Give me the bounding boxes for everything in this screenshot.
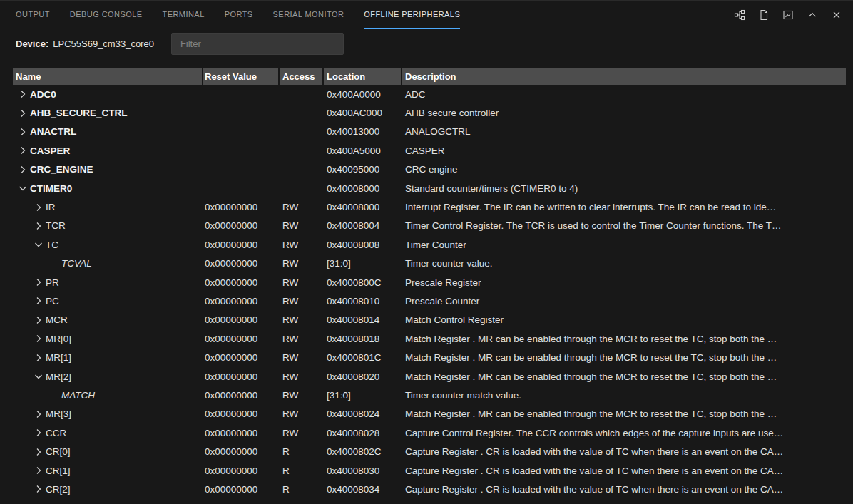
table-row[interactable]: CCR 0x00000000 RW 0x40008028 Capture Con…	[13, 423, 846, 442]
table-row[interactable]: MATCH 0x00000000 RW [31:0] Timer counter…	[13, 386, 846, 404]
description-value: Capture Register . CR is loaded with the…	[402, 484, 846, 495]
table-row[interactable]: MCR 0x00000000 RW 0x40008014 Match Contr…	[13, 311, 846, 329]
table-row[interactable]: TC 0x00000000 RW 0x40008008 Timer Counte…	[13, 235, 846, 254]
close-icon[interactable]	[830, 9, 843, 21]
table-row[interactable]: TCR 0x00000000 RW 0x40008004 Timer Contr…	[13, 217, 846, 235]
table-row[interactable]: CRC_ENGINE 0x40095000 CRC engine	[13, 160, 846, 179]
location-value: [31:0]	[324, 258, 402, 269]
table-row[interactable]: MR[0] 0x00000000 RW 0x40008018 Match Reg…	[13, 329, 846, 348]
filter-input[interactable]	[171, 33, 344, 55]
name-cell: CTIMER0	[13, 182, 203, 194]
table-row[interactable]: CR[2] 0x00000000 R 0x40008034 Capture Re…	[13, 480, 846, 498]
column-header-description: Description	[402, 68, 846, 85]
access-value: RW	[280, 220, 324, 231]
table-row[interactable]: MR[1] 0x00000000 RW 0x4000801C Match Reg…	[13, 348, 846, 366]
tab-serial-monitor[interactable]: SERIAL MONITOR	[273, 1, 344, 29]
register-name: CR[2]	[44, 484, 71, 495]
table-row[interactable]: AHB_SECURE_CTRL 0x400AC000 AHB secure co…	[13, 103, 846, 122]
expand-chevron-icon[interactable]	[33, 220, 44, 232]
description-value: Standard counter/timers (CTIMER0 to 4)	[402, 183, 846, 194]
expand-chevron-icon[interactable]	[33, 446, 44, 458]
location-value: 0x4000802C	[324, 446, 402, 457]
table-row[interactable]: CASPER 0x400A5000 CASPER	[13, 141, 846, 160]
expand-chevron-icon[interactable]	[33, 277, 44, 288]
description-value: Timer Counter	[402, 240, 846, 250]
expand-chevron-icon[interactable]	[17, 145, 29, 156]
location-value: 0x4000800C	[324, 277, 402, 288]
name-cell: TCVAL	[13, 258, 203, 269]
register-name: CR[0]	[44, 446, 71, 457]
table-row[interactable]: CR[1] 0x00000000 R 0x40008030 Capture Re…	[13, 461, 846, 480]
name-cell: ANACTRL	[13, 126, 203, 138]
new-file-icon[interactable]	[757, 9, 770, 21]
expand-chevron-icon[interactable]	[33, 408, 44, 420]
location-value: 0x40008010	[324, 296, 402, 307]
expand-chevron-icon[interactable]	[33, 371, 44, 382]
tab-terminal[interactable]: TERMINAL	[163, 1, 205, 29]
name-cell: MR[2]	[13, 371, 203, 382]
tab-output[interactable]: OUTPUT	[16, 1, 50, 29]
expand-chevron-icon[interactable]	[33, 202, 44, 213]
register-name: ADC0	[29, 89, 56, 100]
access-value: RW	[280, 314, 324, 325]
hierarchy-icon[interactable]	[733, 9, 746, 21]
expand-chevron-icon[interactable]	[33, 465, 44, 476]
table-row[interactable]: ADC0 0x400A0000 ADC	[13, 85, 846, 103]
location-value: 0x40008004	[324, 220, 402, 231]
tab-debug-console[interactable]: DEBUG CONSOLE	[70, 1, 143, 29]
expand-chevron-icon[interactable]	[33, 427, 44, 438]
expand-chevron-icon[interactable]	[17, 182, 29, 194]
name-cell: CCR	[13, 427, 203, 438]
register-name: MR[1]	[44, 352, 71, 363]
expand-chevron-icon[interactable]	[33, 483, 44, 495]
chevron-up-icon[interactable]	[806, 9, 819, 21]
tab-label: DEBUG CONSOLE	[70, 10, 143, 19]
expand-chevron-icon[interactable]	[17, 88, 29, 100]
location-value: 0x40008020	[324, 371, 402, 382]
location-value: 0x40008034	[324, 484, 402, 495]
description-value: AHB secure controller	[402, 108, 846, 118]
tab-label: OUTPUT	[16, 10, 50, 19]
reset-value: 0x00000000	[203, 258, 280, 269]
name-cell: CR[0]	[13, 446, 203, 458]
expand-chevron-icon[interactable]	[17, 164, 29, 175]
location-value: 0x40008028	[324, 428, 402, 438]
table-row[interactable]: TCVAL 0x00000000 RW [31:0] Timer counter…	[13, 254, 846, 273]
reset-value: 0x00000000	[203, 334, 280, 344]
description-value: Capture Register . CR is loaded with the…	[402, 466, 846, 476]
location-value: 0x400AC000	[324, 108, 402, 118]
expand-chevron-icon[interactable]	[17, 126, 29, 138]
name-cell: CR[1]	[13, 465, 203, 476]
table-row[interactable]: MR[2] 0x00000000 RW 0x40008020 Match Reg…	[13, 367, 846, 386]
location-value: 0x40095000	[324, 164, 402, 175]
expand-chevron-icon[interactable]	[33, 314, 44, 326]
table-row[interactable]: IR 0x00000000 RW 0x40008000 Interrupt Re…	[13, 197, 846, 216]
register-name: MR[3]	[44, 408, 71, 419]
table-row[interactable]: PR 0x00000000 RW 0x4000800C Prescale Reg…	[13, 273, 846, 292]
register-name: CCR	[44, 428, 66, 438]
table-row[interactable]: CTIMER0 0x40008000 Standard counter/time…	[13, 179, 846, 197]
location-value: 0x40008000	[324, 202, 402, 212]
location-value: 0x40008008	[324, 240, 402, 250]
table-row[interactable]: PC 0x00000000 RW 0x40008010 Prescale Cou…	[13, 292, 846, 310]
reset-value: 0x00000000	[203, 466, 280, 476]
reset-value: 0x00000000	[203, 277, 280, 288]
expand-chevron-icon[interactable]	[33, 295, 44, 307]
expand-chevron-icon[interactable]	[33, 239, 44, 250]
tab-offline-peripherals[interactable]: OFFLINE PERIPHERALS	[364, 1, 460, 29]
reset-value: 0x00000000	[203, 428, 280, 438]
name-cell: MATCH	[13, 389, 203, 401]
reset-value: 0x00000000	[203, 220, 280, 231]
expand-chevron-icon[interactable]	[17, 108, 29, 119]
table-row[interactable]: MR[3] 0x00000000 RW 0x40008024 Match Reg…	[13, 405, 846, 423]
expand-chevron-icon[interactable]	[33, 333, 44, 344]
table-row[interactable]: CR[0] 0x00000000 R 0x4000802C Capture Re…	[13, 442, 846, 461]
tab-ports[interactable]: PORTS	[225, 1, 253, 29]
frame-icon[interactable]	[782, 9, 795, 21]
expand-chevron-icon[interactable]	[33, 352, 44, 364]
table-row[interactable]: ANACTRL 0x40013000 ANALOGCTRL	[13, 123, 846, 141]
access-value: RW	[280, 390, 324, 401]
description-value: Match Register . MR can be enabled throu…	[402, 352, 846, 363]
location-value: 0x40008024	[324, 408, 402, 419]
location-value: 0x400A5000	[324, 145, 402, 156]
